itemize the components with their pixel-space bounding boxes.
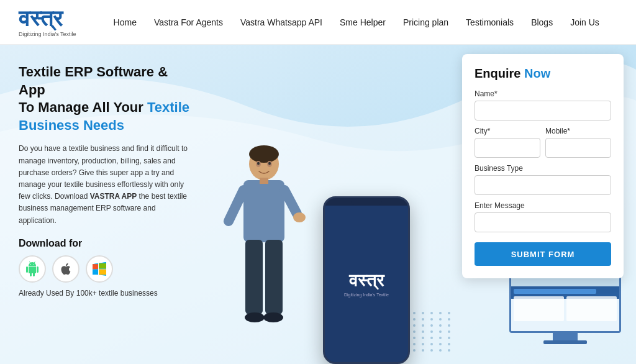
decorative-dot — [422, 324, 424, 327]
hero-image-area: वस्त्र Digitizing India's Textile — [205, 91, 416, 364]
enquiry-form: Enquire Now Name* City* Mobile* Business… — [462, 54, 624, 278]
headline: Textile ERP Software & App To Manage All… — [19, 63, 193, 134]
form-title: Enquire Now — [475, 66, 611, 81]
message-label: Enter Message — [475, 201, 611, 210]
monitor-base — [543, 340, 587, 344]
decorative-dot — [422, 337, 424, 339]
message-input[interactable] — [475, 212, 611, 232]
monitor-mockup — [509, 271, 621, 352]
svg-rect-7 — [243, 180, 284, 242]
decorative-dot — [448, 337, 450, 339]
name-label: Name* — [475, 89, 611, 98]
city-label: City* — [475, 127, 540, 135]
header: वस्त्र Digitizing India's Textile Home V… — [0, 0, 636, 45]
logo-area: वस्त्र Digitizing India's Textile — [19, 7, 76, 37]
name-field-group: Name* — [475, 89, 611, 121]
form-title-blue: Now — [524, 66, 550, 80]
decorative-dot — [430, 318, 433, 321]
decorative-dot — [448, 330, 450, 333]
message-field-group: Enter Message — [475, 201, 611, 232]
android-download-button[interactable] — [19, 255, 46, 283]
decorative-dot — [430, 349, 433, 352]
name-input[interactable] — [475, 101, 611, 121]
svg-point-10 — [293, 212, 306, 222]
decorative-dot — [422, 312, 424, 314]
headline-line1: Textile ERP Software & App — [19, 64, 168, 98]
windows-download-button[interactable] — [86, 255, 113, 283]
form-title-text: Enquire — [475, 66, 524, 80]
decorative-dot — [448, 324, 450, 327]
nav-sme[interactable]: Sme Helper — [340, 17, 386, 27]
decorative-dot — [448, 312, 450, 314]
download-section: Download for — [19, 238, 193, 298]
decorative-dot — [422, 318, 424, 321]
business-type-input[interactable] — [475, 175, 611, 195]
main-nav: Home Vastra For Agents Vastra Whatsapp A… — [114, 17, 599, 27]
headline-blue: Textile — [147, 99, 189, 115]
nav-agents[interactable]: Vastra For Agents — [154, 17, 223, 27]
nav-join[interactable]: Join Us — [570, 17, 599, 27]
svg-rect-3 — [93, 269, 98, 275]
logo-tagline: Digitizing India's Textile — [19, 31, 76, 37]
svg-point-6 — [249, 145, 279, 163]
decorative-dot — [439, 312, 442, 314]
decorative-dot — [439, 343, 442, 345]
left-content: Textile ERP Software & App To Manage All… — [0, 45, 211, 364]
decorative-dot — [448, 349, 450, 352]
windows-icon — [93, 262, 106, 276]
download-buttons — [19, 255, 193, 283]
svg-rect-2 — [99, 263, 106, 269]
decorative-dot — [430, 337, 433, 339]
monitor-screen — [509, 271, 621, 333]
headline-line3: Business Needs — [19, 117, 124, 133]
decorative-dot — [439, 318, 442, 321]
decorative-dot — [430, 312, 433, 314]
decorative-dot — [448, 318, 450, 321]
mobile-label: Mobile* — [545, 127, 611, 135]
apple-download-button[interactable] — [52, 255, 80, 283]
submit-button[interactable]: SUBMIT FORM — [475, 242, 611, 266]
decorative-dot — [422, 349, 424, 352]
city-field-group: City* — [475, 127, 540, 158]
decorative-dot — [430, 324, 433, 327]
svg-line-9 — [284, 190, 297, 214]
nav-blogs[interactable]: Blogs — [531, 17, 553, 27]
decorative-dot — [430, 343, 433, 345]
city-input[interactable] — [475, 138, 540, 158]
decorative-dot — [439, 349, 442, 352]
svg-rect-4 — [99, 269, 106, 275]
svg-rect-12 — [265, 240, 283, 314]
mobile-field-group: Mobile* — [545, 127, 611, 158]
logo-text: वस्त्र — [19, 7, 63, 30]
mobile-input[interactable] — [545, 138, 611, 158]
svg-rect-19 — [260, 178, 268, 184]
hero-description: Do you have a textile business and find … — [19, 143, 193, 226]
decorative-dot — [422, 343, 424, 345]
svg-rect-11 — [245, 240, 263, 314]
phone-notch — [351, 198, 382, 206]
download-title: Download for — [19, 238, 193, 249]
android-icon — [25, 262, 40, 276]
business-type-label: Business Type — [475, 164, 611, 173]
decorative-dot — [439, 324, 442, 327]
nav-pricing[interactable]: Pricing plan — [403, 17, 448, 27]
person-illustration — [217, 140, 311, 364]
nav-whatsapp[interactable]: Vastra Whatsapp API — [240, 17, 322, 27]
phone-mockup: वस्त्र Digitizing India's Textile — [323, 196, 410, 364]
phone-logo: वस्त्र — [349, 271, 384, 291]
decorative-dot — [439, 337, 442, 339]
svg-point-17 — [257, 162, 260, 165]
decorative-dot — [430, 330, 433, 333]
already-used-text: Already Used By 100k+ textile businesses — [19, 289, 193, 298]
main-section: Textile ERP Software & App To Manage All… — [0, 45, 636, 364]
nav-testimonials[interactable]: Testimonials — [466, 17, 514, 27]
svg-point-13 — [245, 312, 265, 322]
svg-point-14 — [263, 312, 283, 322]
phone-logo-sub: Digitizing India's Textile — [344, 293, 389, 297]
svg-rect-1 — [93, 264, 98, 269]
apple-icon — [59, 262, 73, 276]
business-type-field-group: Business Type — [475, 164, 611, 195]
nav-home[interactable]: Home — [114, 17, 137, 27]
decorative-dot — [448, 343, 450, 345]
phone-screen: वस्त्र Digitizing India's Textile — [325, 206, 408, 362]
